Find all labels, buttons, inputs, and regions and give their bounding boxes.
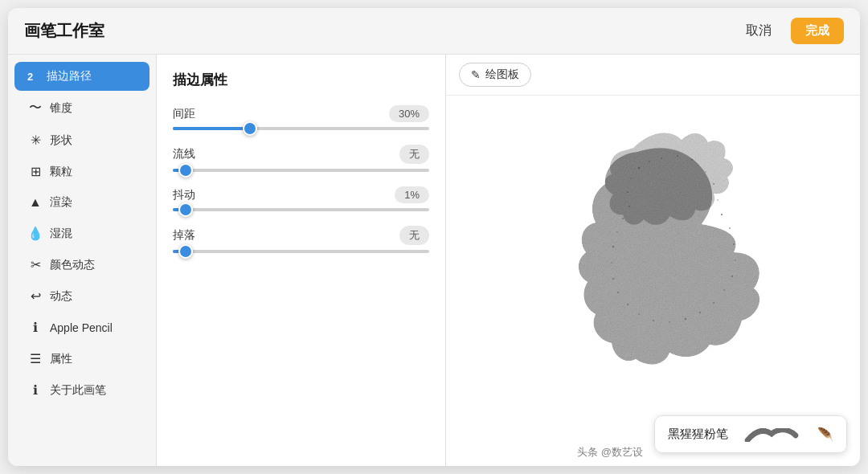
spacing-slider[interactable] <box>173 127 429 130</box>
sidebar-item-color-dynamics[interactable]: ✂ 颜色动态 <box>14 250 149 280</box>
jitter-label: 抖动 <box>173 188 195 202</box>
sidebar-item-label: 描边路径 <box>47 69 92 84</box>
svg-point-4 <box>690 159 692 161</box>
svg-point-20 <box>626 304 628 305</box>
brush-stroke-preview <box>509 104 798 409</box>
apple-pencil-icon: ℹ <box>27 320 43 335</box>
sidebar-item-render[interactable]: ▲ 渲染 <box>14 188 149 217</box>
sidebar-item-apple-pencil[interactable]: ℹ Apple Pencil <box>14 313 149 342</box>
panel-title: 描边属性 <box>173 71 429 89</box>
sidebar-item-stroke-path[interactable]: 2 描边路径 <box>14 62 149 91</box>
sidebar-item-label: 锥度 <box>50 101 72 116</box>
streamline-thumb[interactable] <box>178 163 193 178</box>
property-jitter: 抖动 1% <box>173 186 429 211</box>
spacing-fill <box>173 127 250 130</box>
sidebar-item-num: 2 <box>27 71 40 83</box>
spacing-thumb[interactable] <box>243 121 257 136</box>
sidebar-item-properties[interactable]: ☰ 属性 <box>14 344 149 374</box>
svg-point-23 <box>611 262 612 263</box>
preview-canvas: 黑猩猩粉笔 <box>446 96 860 466</box>
falloff-slider[interactable] <box>173 250 429 253</box>
jitter-thumb[interactable] <box>178 202 193 217</box>
sidebar-item-label: 动态 <box>50 289 72 304</box>
sidebar-item-label: 颜色动态 <box>50 258 95 272</box>
sidebar-item-taper[interactable]: 〜 锥度 <box>14 92 149 124</box>
main-content: 2 描边路径 〜 锥度 ✳ 形状 ⊞ 颗粒 ▲ 渲染 <box>8 55 860 466</box>
svg-point-27 <box>628 206 630 207</box>
wet-mix-icon: 💧 <box>27 226 43 241</box>
drawing-board-icon: ✎ <box>471 68 481 81</box>
render-icon: ▲ <box>27 195 43 210</box>
svg-point-15 <box>699 312 701 313</box>
preview-panel: ✎ 绘图板 <box>446 55 860 466</box>
sidebar: 2 描边路径 〜 锥度 ✳ 形状 ⊞ 颗粒 ▲ 渲染 <box>8 55 157 466</box>
falloff-thumb[interactable] <box>178 244 193 259</box>
svg-point-19 <box>638 313 640 315</box>
svg-point-26 <box>622 218 624 219</box>
preview-toolbar: ✎ 绘图板 <box>446 55 860 96</box>
watermark: 头条 @数艺设 <box>577 445 643 460</box>
drawing-board-label: 绘图板 <box>485 67 519 82</box>
svg-point-9 <box>729 227 731 229</box>
svg-point-7 <box>717 199 719 201</box>
sidebar-item-grain[interactable]: ⊞ 颗粒 <box>14 157 149 186</box>
header: 画笔工作室 取消 完成 <box>8 8 860 55</box>
sidebar-item-label: Apple Pencil <box>50 321 113 334</box>
sidebar-item-dynamics[interactable]: ↩ 动态 <box>14 281 149 311</box>
header-actions: 取消 完成 <box>736 18 844 44</box>
svg-point-18 <box>653 320 654 321</box>
streamline-label: 流线 <box>173 147 195 161</box>
sidebar-item-shape[interactable]: ✳ 形状 <box>14 125 149 155</box>
app-title: 画笔工作室 <box>24 20 104 42</box>
shape-icon: ✳ <box>27 133 43 148</box>
svg-point-10 <box>733 243 735 245</box>
streamline-slider[interactable] <box>173 169 429 172</box>
spacing-value: 30% <box>389 105 429 122</box>
svg-point-25 <box>616 231 618 233</box>
brush-name: 黑猩猩粉笔 <box>668 427 728 442</box>
property-streamline: 流线 无 <box>173 145 429 172</box>
drawing-board-button[interactable]: ✎ 绘图板 <box>459 63 531 87</box>
sidebar-item-label: 湿混 <box>50 227 72 241</box>
svg-point-2 <box>661 157 662 159</box>
color-dynamics-icon: ✂ <box>27 257 43 272</box>
middle-panel: 描边属性 间距 30% 流线 无 <box>157 55 446 466</box>
svg-point-28 <box>626 191 628 193</box>
svg-point-1 <box>649 161 650 162</box>
svg-point-16 <box>684 318 686 320</box>
falloff-value: 无 <box>399 226 429 245</box>
done-button[interactable]: 完成 <box>791 18 844 44</box>
sidebar-item-label: 关于此画笔 <box>50 383 106 398</box>
sidebar-item-label: 形状 <box>50 133 72 148</box>
svg-point-0 <box>637 167 639 169</box>
svg-point-14 <box>713 302 714 304</box>
sidebar-item-wet-mix[interactable]: 💧 湿混 <box>14 219 149 248</box>
streamline-value: 无 <box>399 145 429 164</box>
svg-point-21 <box>617 292 619 293</box>
about-icon: ℹ <box>27 382 43 398</box>
sidebar-item-label: 属性 <box>50 352 72 366</box>
taper-icon: 〜 <box>27 100 43 116</box>
jitter-slider[interactable] <box>173 208 429 211</box>
jitter-value: 1% <box>395 186 429 203</box>
cancel-button[interactable]: 取消 <box>736 18 781 44</box>
svg-point-5 <box>705 171 706 172</box>
svg-point-6 <box>713 183 714 185</box>
svg-point-29 <box>630 178 631 178</box>
svg-point-8 <box>720 214 722 215</box>
svg-point-22 <box>612 278 614 280</box>
sidebar-item-label: 渲染 <box>50 195 72 210</box>
svg-point-17 <box>669 321 669 322</box>
svg-point-13 <box>723 289 725 291</box>
brush-mini-stroke <box>743 424 800 444</box>
grain-icon: ⊞ <box>27 164 43 179</box>
sidebar-item-about[interactable]: ℹ 关于此画笔 <box>14 375 149 405</box>
svg-point-12 <box>731 276 732 277</box>
properties-icon: ☰ <box>27 351 43 366</box>
sidebar-item-label: 颗粒 <box>50 165 72 179</box>
brush-name-card: 黑猩猩粉笔 <box>654 415 847 453</box>
svg-point-11 <box>735 259 735 260</box>
property-falloff: 掉落 无 <box>173 226 429 253</box>
brush-feather-icon: 🪶 <box>817 427 833 442</box>
svg-point-24 <box>612 246 613 247</box>
